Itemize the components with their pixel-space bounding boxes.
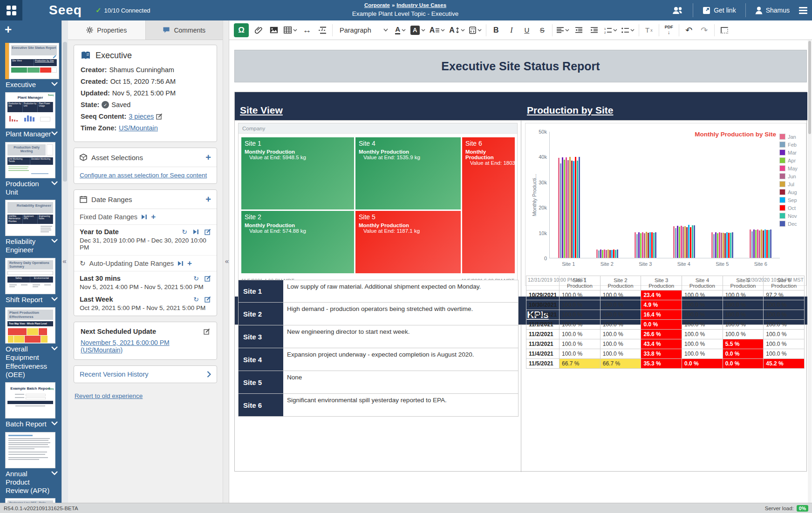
insert-seeq-content-button[interactable]: Ω: [234, 23, 249, 37]
sidebar-item-label[interactable]: Executive: [0, 79, 61, 89]
font-family-button[interactable]: A: [430, 24, 445, 37]
highlight-color-button[interactable]: A: [410, 24, 425, 37]
chevron-down-icon[interactable]: [51, 421, 58, 425]
add-auto-date-range-button[interactable]: +: [187, 259, 192, 267]
insert-link-button[interactable]: [253, 24, 264, 37]
refresh-icon[interactable]: ↻: [193, 296, 199, 303]
chevron-down-icon[interactable]: [51, 239, 58, 243]
kpi-corner-cell: [526, 276, 560, 290]
sidebar-item-oee[interactable]: Plant Production Effectiveness Tree Map …: [0, 307, 61, 379]
align-button[interactable]: [557, 24, 569, 37]
refresh-icon[interactable]: ↻: [182, 229, 187, 235]
redo-button[interactable]: ↷: [699, 24, 710, 37]
indent-button[interactable]: [589, 24, 600, 37]
document-name: Executive: [96, 51, 132, 61]
insert-table-button[interactable]: [284, 24, 297, 37]
worksheet-thumbnail[interactable]: Packaging Line OEE - Daily Report: [5, 498, 55, 503]
clear-formatting-button[interactable]: Tx: [643, 24, 655, 37]
insert-image-button[interactable]: [268, 24, 280, 37]
outdent-button[interactable]: [573, 24, 585, 37]
insert-spacer-button[interactable]: ↔: [301, 24, 313, 37]
chevron-down-icon[interactable]: [51, 471, 58, 475]
add-fixed-date-range-button[interactable]: +: [151, 213, 156, 221]
edit-icon[interactable]: [205, 229, 211, 235]
fixed-width-button[interactable]: [719, 24, 730, 37]
edit-icon[interactable]: [205, 275, 211, 282]
collapse-properties-button[interactable]: «: [223, 255, 231, 267]
step-forward-icon[interactable]: [141, 214, 147, 220]
configure-asset-selection-link[interactable]: Configure an asset selection for Seeq co…: [80, 172, 207, 179]
worksheet-thumbnail[interactable]: [5, 432, 55, 468]
document-scrollbar[interactable]: [808, 40, 812, 503]
kpi-value-cell: 100.0 %: [600, 349, 641, 359]
chevron-down-icon[interactable]: [51, 131, 58, 135]
sidebar-item-label[interactable]: Annual Product Review (APR): [0, 468, 61, 495]
edit-icon[interactable]: [205, 296, 211, 303]
sidebar-item-label[interactable]: Overall Equipment Effectiveness (OEE): [0, 344, 61, 379]
bold-button[interactable]: B: [491, 24, 502, 37]
edit-icon[interactable]: [156, 113, 163, 120]
worksheet-thumbnail[interactable]: Plant Manager Seeq Production by Site Pr…: [5, 92, 55, 128]
sidebar-item-label[interactable]: Shift Report: [0, 294, 61, 304]
sidebar-item-executive[interactable]: Executive Site Status Report Site View P…: [0, 43, 61, 89]
step-forward-icon[interactable]: [193, 229, 199, 235]
worksheet-thumbnail[interactable]: Production Daily Meeting Unit Monitoring…: [5, 142, 55, 178]
timezone-link[interactable]: US/Mountain: [119, 124, 158, 132]
sidebar-item-shift-report[interactable]: Refinery Daily Operations Summary Safety…: [0, 258, 61, 304]
worksheet-thumbnail[interactable]: Executive Site Status Report Site View P…: [9, 43, 59, 79]
worksheet-thumbnail[interactable]: Reliability Engineer Unit/Site Maintenan…: [5, 200, 55, 236]
sidebar-item-plant-manager[interactable]: Plant Manager Seeq Production by Site Pr…: [0, 92, 61, 138]
page-break-button[interactable]: [317, 24, 328, 37]
worksheet-thumbnail[interactable]: Refinery Daily Operations Summary Safety…: [5, 258, 55, 294]
sidebar-item-label[interactable]: Batch Report: [0, 418, 61, 428]
user-menu[interactable]: Shamus: [755, 7, 790, 14]
sidebar-item-apr[interactable]: Annual Product Review (APR): [0, 432, 61, 495]
sidebar-item-label[interactable]: Production Unit: [0, 178, 61, 197]
get-link-button[interactable]: Get link: [703, 7, 736, 14]
worksheet-thumbnail[interactable]: Plant Production Effectiveness Tree Map …: [5, 307, 55, 344]
seeq-content-link[interactable]: 3 pieces: [129, 113, 154, 120]
users-button[interactable]: [672, 7, 683, 14]
seeq-mini-logo: Seeq: [48, 94, 54, 96]
ordered-list-button[interactable]: 12: [604, 24, 617, 37]
add-date-range-button[interactable]: +: [205, 195, 211, 204]
tab-properties[interactable]: Properties: [68, 20, 146, 40]
chevron-down-icon[interactable]: [51, 181, 58, 185]
italic-button[interactable]: I: [506, 24, 517, 37]
chevron-down-icon[interactable]: [51, 346, 58, 351]
template-button[interactable]: [469, 24, 482, 37]
thumb-kpi-cells: [7, 284, 53, 288]
worksheet-thumbnail[interactable]: Example Batch Report Seeq: [5, 382, 55, 418]
kpi-column-header: Site 5 Production: [723, 276, 764, 290]
paragraph-style-dropdown[interactable]: Paragraph: [337, 24, 391, 37]
refresh-icon[interactable]: ↻: [193, 275, 199, 282]
tab-comments[interactable]: Comments: [146, 20, 223, 40]
recent-version-history-button[interactable]: Recent Version History: [74, 366, 217, 383]
app-grid-button[interactable]: [0, 0, 22, 20]
export-pdf-button[interactable]: PDF↓: [663, 24, 675, 37]
revert-old-experience-link[interactable]: Revert to old experience: [75, 392, 143, 399]
sidebar-item-reliability-engineer[interactable]: Reliability Engineer Unit/Site Maintenan…: [0, 200, 61, 255]
sidebar-item-production-unit[interactable]: Production Daily Meeting Unit Monitoring…: [0, 142, 61, 197]
sidebar-item-label[interactable]: Plant Manager: [0, 128, 61, 138]
sidebar-item-label[interactable]: Reliability Engineer: [0, 236, 61, 255]
chevron-down-icon[interactable]: [51, 82, 58, 86]
add-worksheet-button[interactable]: +: [5, 23, 12, 35]
add-asset-selection-button[interactable]: +: [205, 153, 211, 162]
hamburger-menu[interactable]: [799, 7, 807, 14]
breadcrumb-corporate[interactable]: Corporate: [364, 2, 390, 8]
underline-button[interactable]: U: [521, 24, 532, 37]
font-color-button[interactable]: A: [395, 24, 406, 37]
undo-button[interactable]: ↶: [683, 24, 695, 37]
collapse-sidebar-button[interactable]: «: [61, 255, 68, 267]
sidebar-item-packaging-line-oee[interactable]: Packaging Line OEE - Daily Report: [0, 498, 61, 503]
sidebar-item-batch-report[interactable]: Example Batch Report Seeq Batch Report: [0, 382, 61, 428]
font-size-button[interactable]: A: [449, 24, 465, 37]
next-update-time-link[interactable]: November 5, 2021 6:00:00 PM (US/Mountain…: [81, 339, 170, 354]
strikethrough-button[interactable]: S: [537, 24, 548, 37]
breadcrumb-industry-use-cases[interactable]: Industry Use Cases: [396, 2, 446, 8]
step-forward-icon[interactable]: [177, 261, 184, 266]
bullet-list-button[interactable]: [621, 24, 635, 37]
edit-icon[interactable]: [204, 328, 210, 335]
chevron-down-icon[interactable]: [51, 297, 58, 301]
